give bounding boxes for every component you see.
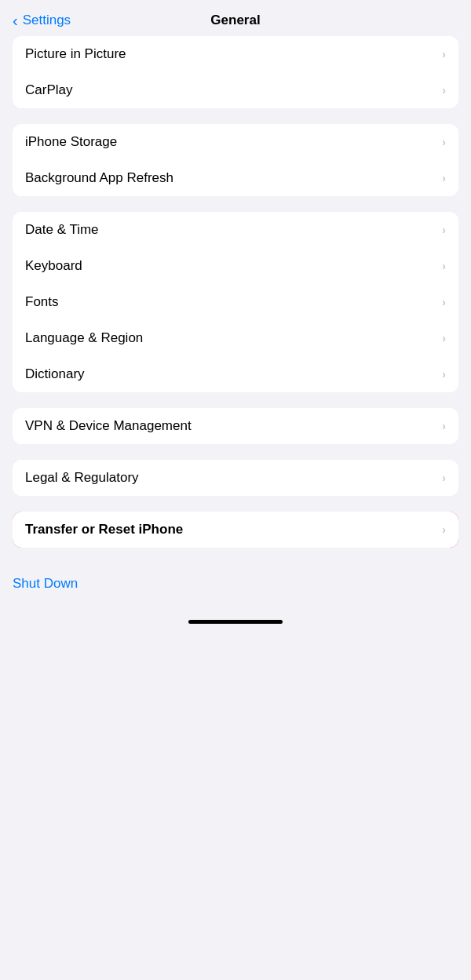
chevron-icon: › [442, 332, 446, 344]
home-indicator [0, 612, 471, 636]
card-section3: Date & Time › Keyboard › Fonts › Languag… [13, 212, 458, 392]
back-button[interactable]: ‹ Settings [13, 13, 71, 28]
list-item[interactable]: Fonts › [13, 284, 458, 320]
card-section1: Picture in Picture › CarPlay › [13, 36, 458, 108]
legal-label: Legal & Regulatory [25, 470, 139, 486]
transfer-reset-item[interactable]: Transfer or Reset iPhone › [13, 512, 458, 548]
back-chevron-icon: ‹ [13, 13, 18, 28]
shutdown-section: Shut Down [0, 563, 471, 612]
chevron-icon: › [442, 172, 446, 184]
list-item[interactable]: iPhone Storage › [13, 124, 458, 160]
home-indicator-bar [188, 620, 283, 624]
card-section4: VPN & Device Management › [13, 408, 458, 444]
background-app-refresh-label: Background App Refresh [25, 170, 173, 186]
section-locale: Date & Time › Keyboard › Fonts › Languag… [13, 212, 458, 392]
card-section6: Transfer or Reset iPhone › [13, 512, 458, 548]
card-section5: Legal & Regulatory › [13, 460, 458, 496]
chevron-icon: › [442, 472, 446, 484]
list-item[interactable]: Language & Region › [13, 320, 458, 356]
transfer-reset-label: Transfer or Reset iPhone [25, 522, 183, 537]
list-item[interactable]: Date & Time › [13, 212, 458, 248]
chevron-icon: › [442, 368, 446, 381]
list-item[interactable]: Background App Refresh › [13, 160, 458, 196]
iphone-storage-label: iPhone Storage [25, 134, 117, 150]
section-vpn: VPN & Device Management › [13, 408, 458, 444]
dictionary-label: Dictionary [25, 366, 85, 382]
section-legal: Legal & Regulatory › [13, 460, 458, 496]
content: Picture in Picture › CarPlay › iPhone St… [0, 36, 471, 548]
chevron-icon: › [442, 224, 446, 236]
header: ‹ Settings General [0, 0, 471, 36]
list-item[interactable]: Dictionary › [13, 356, 458, 392]
card-section2: iPhone Storage › Background App Refresh … [13, 124, 458, 196]
list-item[interactable]: CarPlay › [13, 72, 458, 108]
page-title: General [210, 13, 260, 28]
language-region-label: Language & Region [25, 330, 143, 346]
chevron-icon: › [442, 296, 446, 308]
chevron-icon: › [442, 84, 446, 97]
chevron-icon: › [442, 136, 446, 148]
keyboard-label: Keyboard [25, 258, 82, 274]
fonts-label: Fonts [25, 294, 59, 310]
carplay-label: CarPlay [25, 82, 72, 98]
date-time-label: Date & Time [25, 222, 99, 238]
picture-in-picture-label: Picture in Picture [25, 46, 126, 62]
vpn-label: VPN & Device Management [25, 418, 192, 434]
chevron-icon: › [442, 420, 446, 432]
list-item[interactable]: VPN & Device Management › [13, 408, 458, 444]
back-label: Settings [23, 13, 71, 28]
section-storage-refresh: iPhone Storage › Background App Refresh … [13, 124, 458, 196]
section-picture-carplay: Picture in Picture › CarPlay › [13, 36, 458, 108]
list-item[interactable]: Legal & Regulatory › [13, 460, 458, 496]
chevron-icon: › [442, 523, 446, 536]
shutdown-button[interactable]: Shut Down [13, 571, 78, 596]
list-item[interactable]: Picture in Picture › [13, 36, 458, 72]
list-item[interactable]: Keyboard › [13, 248, 458, 284]
chevron-icon: › [442, 48, 446, 60]
chevron-icon: › [442, 260, 446, 272]
section-transfer-reset: Transfer or Reset iPhone › [13, 512, 458, 548]
